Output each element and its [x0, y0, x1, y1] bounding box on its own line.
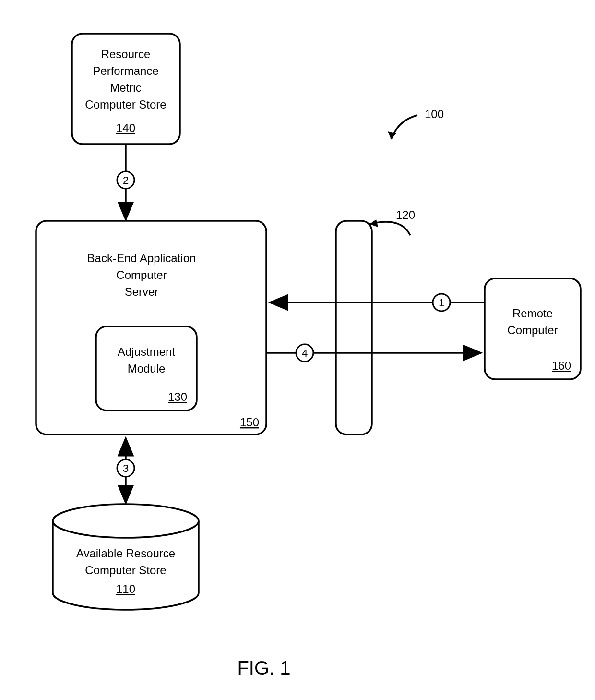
backend-line3: Server [125, 285, 159, 298]
adjustment-ref: 130 [168, 390, 187, 403]
connector-4: 4 [266, 344, 481, 362]
step-4-label: 4 [302, 347, 308, 359]
firewall-bar [336, 221, 372, 434]
resource-metric-line3: Metric [110, 81, 141, 94]
backend-line1: Back-End Application [87, 252, 196, 265]
remote-line2: Computer [507, 324, 558, 337]
remote-computer-box: Remote Computer 160 [485, 278, 581, 379]
resource-metric-line2: Performance [93, 64, 158, 77]
backend-line2: Computer [116, 268, 167, 281]
connector-3: 3 [117, 438, 134, 503]
resource-metric-line1: Resource [101, 48, 151, 60]
adjustment-line2: Module [128, 362, 166, 375]
backend-ref: 150 [240, 416, 259, 429]
resource-metric-line4: Computer Store [85, 98, 166, 111]
available-line2: Computer Store [85, 564, 166, 577]
adjustment-line1: Adjustment [118, 345, 175, 358]
remote-line1: Remote [512, 307, 553, 320]
figure-ref-label: 100 [425, 108, 444, 121]
connector-2: 2 [117, 144, 134, 220]
remote-ref: 160 [552, 359, 571, 372]
svg-point-17 [53, 504, 199, 538]
adjustment-module-box: Adjustment Module 130 [96, 326, 197, 410]
available-line1: Available Resource [76, 547, 175, 560]
system-diagram: Resource Performance Metric Computer Sto… [0, 0, 595, 700]
resource-metric-ref: 140 [116, 121, 135, 134]
resource-metric-store-box: Resource Performance Metric Computer Sto… [72, 34, 180, 144]
firewall-ref: 120 [396, 208, 415, 221]
svg-rect-7 [336, 221, 372, 434]
figure-caption: FIG. 1 [237, 657, 290, 678]
connector-1: 1 [270, 294, 485, 311]
firewall-leader: 120 [369, 208, 415, 235]
available-resource-store-cylinder: Available Resource Computer Store 110 [53, 504, 199, 610]
figure-reference: 100 [388, 108, 444, 139]
step-3-label: 3 [123, 462, 129, 474]
step-1-label: 1 [439, 297, 444, 309]
available-ref: 110 [116, 582, 135, 595]
step-2-label: 2 [123, 174, 129, 186]
